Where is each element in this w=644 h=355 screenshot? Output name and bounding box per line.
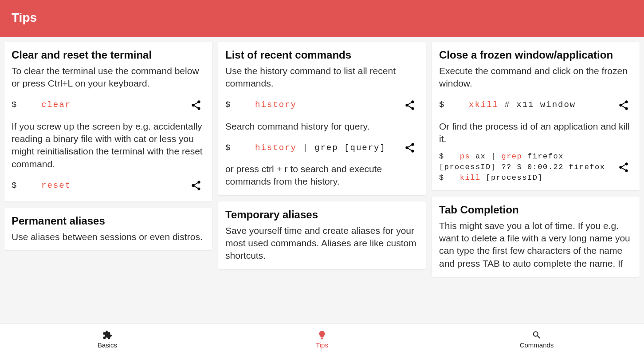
share-button[interactable] [187,177,205,194]
share-button[interactable] [401,139,419,157]
code-block: $ history [225,99,397,111]
code-block: $ reset [12,180,183,192]
lightbulb-icon [317,330,327,340]
share-icon [618,99,629,111]
command-args: firefox [522,152,564,161]
card-clear-reset: Clear and reset the terminal To clear th… [4,42,212,201]
card-title: Permanent aliases [12,215,205,227]
command-text: clear [41,100,71,110]
nav-item-commands[interactable]: Commands [429,323,644,355]
prompt: $ [225,143,231,153]
command-text: ps [460,152,470,161]
share-button[interactable] [615,158,632,176]
prompt: $ [12,181,17,190]
code-row: $ ps ax | grep firefox [processID] ?? S … [439,151,632,183]
prompt: $ [439,100,445,110]
share-button[interactable] [615,96,632,114]
code-block: $ ps ax | grep firefox [processID] ?? S … [439,151,610,183]
card-text: If you screw up the screen by e.g. accid… [12,120,205,170]
card-text: Use aliases between sessions or even dis… [12,231,205,243]
command-text: reset [41,181,71,190]
app-header: Tips [0,0,644,37]
code-output: [processID] ?? S 0:00.22 firefox [439,162,610,173]
card-recent-commands: List of recent commands Use the history … [218,42,426,195]
code-row: $ reset [12,177,205,194]
card-title: List of recent commands [225,49,419,61]
share-icon [404,142,416,154]
card-text: Execute the command and click on the fro… [439,65,632,90]
nav-label: Basics [98,341,117,349]
nav-item-tips[interactable]: Tips [215,323,429,355]
command-args: [processID] [481,174,543,182]
card-text: Use the history command to list all rece… [225,65,419,90]
column-3: Close a frozen window/application Execut… [432,42,640,323]
card-tab-completion: Tab Completion This might save you a lot… [432,197,640,277]
card-title: Temporary aliases [225,209,419,221]
card-title: Tab Completion [439,204,632,216]
prompt: $ [12,100,17,110]
code-row: $ clear [12,96,205,114]
share-icon [190,180,202,191]
share-icon [618,162,629,173]
command-text: history [255,100,297,110]
command-args: ax | [470,152,501,161]
card-text: Save yourself time and create aliases fo… [225,225,419,262]
column-1: Clear and reset the terminal To clear th… [4,42,212,323]
code-row: $ xkill # x11 window [439,96,632,114]
command-text: kill [460,174,481,182]
card-close-frozen: Close a frozen window/application Execut… [432,42,640,190]
puzzle-icon [102,330,113,340]
nav-label: Commands [520,341,554,349]
share-button[interactable] [401,96,419,114]
card-temporary-aliases: Temporary aliases Save yourself time and… [218,201,426,269]
code-row: $ history | grep [query] [225,139,419,157]
bottom-nav: Basics Tips Commands [0,323,644,355]
card-title: Clear and reset the terminal [12,49,205,61]
search-icon [531,330,542,340]
command-text: history [255,143,297,153]
code-line: $ kill [processID] [439,173,610,183]
share-button[interactable] [187,96,205,114]
command-text: grep [501,152,522,161]
column-2: List of recent commands Use the history … [218,42,426,323]
card-text: or press ctrl + r to search and execute … [225,163,419,188]
share-icon [404,99,416,111]
code-block: $ xkill # x11 window [439,99,610,111]
command-args: # x11 window [499,100,576,110]
command-text: xkill [469,100,499,110]
card-text: Or find the process id of an application… [439,120,632,146]
nav-label: Tips [316,341,328,349]
code-block: $ history | grep [query] [225,142,397,154]
content-area: Clear and reset the terminal To clear th… [0,37,644,323]
card-permanent-aliases: Permanent aliases Use aliases between se… [4,208,212,250]
code-block: $ clear [12,99,183,111]
command-args: | grep [query] [297,143,386,153]
code-line: $ ps ax | grep firefox [439,151,610,162]
share-icon [190,99,202,111]
card-text: Search command history for query. [225,120,419,133]
page-title: Tips [12,11,632,25]
card-text: This might save you a lot of time. If yo… [439,220,632,270]
card-text: To clear the terminal use the command be… [12,65,205,90]
card-title: Close a frozen window/application [439,49,632,61]
code-row: $ history [225,96,419,114]
nav-item-basics[interactable]: Basics [0,323,215,355]
prompt: $ [439,152,444,161]
prompt: $ [225,100,231,110]
prompt: $ [439,174,444,182]
